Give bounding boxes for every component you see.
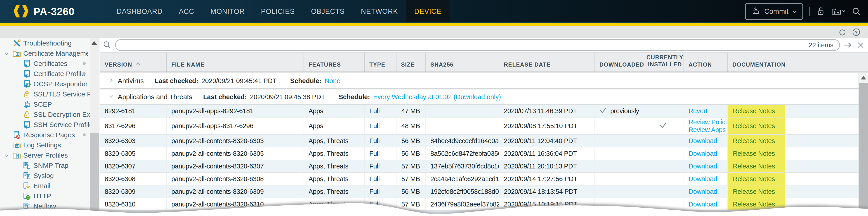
cell-version: 8320-6309	[100, 185, 167, 198]
sidebar-item-netflow[interactable]: Netflow	[0, 201, 100, 211]
schedule-link[interactable]: Every Wednesday at 01:02 (Download only)	[373, 93, 501, 101]
action-link-download[interactable]: Download	[688, 175, 717, 183]
release-notes-link[interactable]: Release Notes	[733, 163, 775, 170]
update-row-8317-6296: 8317-6296panupv2-all-apps-8317-6296AppsF…	[100, 117, 859, 135]
sidebar-item-label: SSH Service Profile	[33, 121, 90, 129]
action-link-review-apps[interactable]: Review Apps	[688, 126, 725, 134]
action-link-download[interactable]: Download	[688, 150, 717, 157]
search-icon[interactable]	[851, 6, 862, 17]
release-notes-link[interactable]: Release Notes	[733, 175, 775, 183]
nav-tab-objects[interactable]: OBJECTS	[303, 0, 353, 23]
chevron-right-icon[interactable]	[108, 77, 115, 85]
column-header-downloaded[interactable]: DOWNLOADED	[595, 53, 646, 72]
release-notes-link[interactable]: Release Notes	[733, 137, 775, 145]
sidebar-item-troubleshooting[interactable]: Troubleshooting	[0, 38, 100, 48]
action-link-review-policies[interactable]: Review Policies	[688, 118, 728, 126]
scroll-up-arrow[interactable]	[92, 41, 97, 45]
nav-tab-acc[interactable]: ACC	[170, 0, 202, 23]
sidebar-item-label: Server Profiles	[23, 152, 68, 159]
sidebar-item-certificate-management[interactable]: Certificate Management	[0, 48, 100, 58]
scrollbar-thumb[interactable]	[90, 133, 99, 216]
help-icon[interactable]: ?	[851, 27, 861, 37]
apply-filter-arrow-icon[interactable]	[843, 40, 852, 50]
group-row-applications-and-threats[interactable]: Applications and ThreatsLast checked:202…	[100, 89, 859, 105]
column-header-documentation[interactable]: DOCUMENTATION	[728, 53, 827, 72]
table-scrollbar[interactable]	[859, 73, 868, 216]
action-link-revert[interactable]: Revert	[688, 107, 708, 115]
release-notes-link[interactable]: Release Notes	[733, 200, 775, 208]
sidebar-item-http[interactable]: HTTP	[0, 191, 100, 201]
column-header-features[interactable]: FEATURES	[304, 53, 365, 72]
chevron-down-icon[interactable]	[4, 51, 10, 58]
chevron-down-icon[interactable]	[108, 93, 115, 101]
cell-empty	[827, 105, 859, 117]
nav-tab-monitor[interactable]: MONITOR	[202, 0, 253, 23]
sidebar-item-response-pages[interactable]: Response Pages	[0, 130, 100, 140]
column-header-version[interactable]: VERSION	[100, 53, 167, 72]
scrollbar-thumb[interactable]	[859, 83, 868, 216]
cell-size: 56 MB	[397, 135, 426, 147]
sidebar-item-syslog[interactable]: Syslog	[0, 170, 100, 181]
column-header-release-date[interactable]: RELEASE DATE	[499, 53, 595, 72]
action-link-download[interactable]: Download	[688, 213, 717, 216]
nav-tab-network[interactable]: NETWORK	[352, 0, 406, 23]
sidebar-item-ssl-decryption-exclusion[interactable]: SSL Decryption Exclusion	[0, 109, 100, 119]
column-header-empty[interactable]	[827, 53, 868, 72]
release-notes-link[interactable]: Release Notes	[733, 188, 775, 195]
clear-filter-icon[interactable]	[856, 41, 865, 49]
column-header-label: TYPE	[369, 61, 385, 68]
sidebar-item-certificates[interactable]: Certificates	[0, 58, 100, 69]
column-header-file-name[interactable]: FILE NAME	[167, 53, 304, 72]
cell-release-date: 2020/09/15 13:44:29 PDT	[499, 211, 595, 216]
column-header-size[interactable]: SIZE	[397, 53, 426, 72]
column-header-action[interactable]: ACTION	[684, 53, 728, 72]
cell-downloaded	[595, 211, 646, 216]
column-header-sha256[interactable]: SHA256	[426, 53, 499, 72]
column-header-type[interactable]: TYPE	[365, 53, 397, 72]
column-header-currently-installed[interactable]: CURRENTLY INSTALLED	[646, 53, 684, 72]
action-link-download[interactable]: Download	[688, 137, 717, 145]
sidebar-item-log-settings[interactable]: Log Settings	[0, 140, 100, 150]
cell-release-date: 2020/09/08 17:55:10 PDT	[499, 117, 595, 134]
sidebar-scrollbar[interactable]	[90, 38, 99, 216]
navbar-actions: Commit	[745, 3, 862, 20]
lock-open-icon[interactable]	[815, 6, 826, 17]
filter-input-pill: 22 items	[115, 39, 840, 51]
release-notes-link[interactable]: Release Notes	[733, 107, 775, 115]
sidebar-item-certificate-profile[interactable]: Certificate Profile	[0, 69, 100, 79]
sidebar-item-ssl-tls-service-profile[interactable]: SSL/TLS Service Profile	[0, 89, 100, 99]
action-link-download[interactable]: Download	[688, 200, 717, 208]
action-link-download[interactable]: Download	[688, 188, 717, 195]
release-notes-link[interactable]: Release Notes	[733, 122, 775, 130]
brand: PA-3260	[13, 4, 74, 19]
action-link-download[interactable]: Download	[688, 162, 717, 170]
cell-downloaded	[595, 198, 646, 210]
cell-currently-installed	[646, 173, 684, 185]
cell-action: Download	[684, 185, 728, 198]
schedule-link[interactable]: None	[324, 77, 340, 85]
release-notes-link[interactable]: Release Notes	[733, 213, 775, 216]
cell-file-name: panupv2-all-contents-8320-6307	[167, 160, 304, 172]
scroll-up-arrow[interactable]	[861, 76, 866, 79]
group-row-antivirus[interactable]: AntivirusLast checked:2020/09/21 09:45:4…	[100, 73, 859, 89]
chevron-down-icon[interactable]	[4, 152, 10, 160]
sidebar-item-ssh-service-profile[interactable]: SSH Service Profile	[0, 119, 100, 130]
svg-text:?: ?	[855, 30, 858, 35]
commit-button[interactable]: Commit	[745, 3, 803, 20]
release-notes-link[interactable]: Release Notes	[733, 150, 775, 157]
filter-input[interactable]	[116, 42, 809, 49]
search-highlight: Release Notes	[728, 135, 785, 147]
sidebar-item-snmp-trap[interactable]: SNMP Trap	[0, 160, 100, 170]
sidebar-item-email[interactable]: Email	[0, 181, 100, 191]
search-highlight: Release Notes	[728, 198, 785, 210]
config-operations-icon[interactable]	[831, 6, 845, 17]
sidebar-item-scep[interactable]: SCEP	[0, 99, 100, 109]
sidebar-item-label: Troubleshooting	[23, 39, 72, 47]
cell-sha256	[426, 105, 499, 117]
nav-tab-dashboard[interactable]: DASHBOARD	[108, 0, 171, 23]
nav-tab-device[interactable]: DEVICE	[406, 0, 450, 23]
sidebar-item-server-profiles[interactable]: Server Profiles	[0, 150, 100, 160]
sidebar-item-ocsp-responder[interactable]: OCSP Responder	[0, 79, 100, 89]
refresh-icon[interactable]	[837, 27, 847, 37]
nav-tab-policies[interactable]: POLICIES	[253, 0, 303, 23]
